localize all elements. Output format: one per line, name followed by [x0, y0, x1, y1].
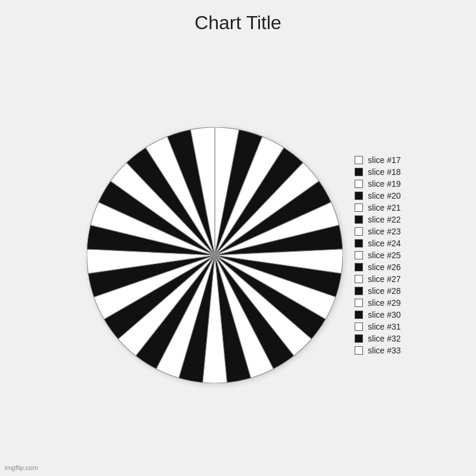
legend-item: slice #24	[355, 239, 400, 248]
legend-label: slice #26	[368, 262, 400, 272]
legend-item: slice #33	[355, 346, 400, 355]
legend-swatch	[355, 287, 363, 295]
legend-swatch	[355, 263, 363, 271]
legend-label: slice #31	[368, 322, 400, 331]
legend-label: slice #24	[368, 239, 400, 248]
legend-swatch	[355, 334, 363, 343]
legend-label: slice #27	[368, 274, 400, 284]
legend-label: slice #19	[368, 179, 400, 189]
legend-label: slice #17	[368, 155, 400, 165]
legend-item: slice #21	[355, 203, 400, 212]
legend-item: slice #18	[355, 167, 400, 177]
legend-label: slice #20	[368, 191, 400, 201]
legend-label: slice #33	[368, 346, 400, 355]
legend-item: slice #27	[355, 274, 400, 284]
legend-item: slice #17	[355, 155, 400, 165]
legend-item: slice #26	[355, 262, 400, 272]
legend-item: slice #23	[355, 227, 400, 236]
legend-item: slice #25	[355, 250, 400, 260]
legend-swatch	[355, 299, 363, 307]
legend-swatch	[355, 239, 363, 248]
legend-label: slice #29	[368, 298, 400, 308]
legend-swatch	[355, 168, 363, 176]
legend-swatch	[355, 275, 363, 283]
legend-item: slice #30	[355, 310, 400, 320]
legend-swatch	[355, 180, 363, 188]
legend-label: slice #28	[368, 286, 400, 296]
pie-chart	[87, 127, 343, 383]
legend-label: slice #25	[368, 250, 400, 260]
chart-container: Chart Title slice #17slice #18slice #19s…	[0, 0, 476, 476]
legend: slice #17slice #18slice #19slice #20slic…	[355, 155, 400, 355]
chart-title: Chart Title	[195, 12, 281, 34]
legend-item: slice #22	[355, 215, 400, 224]
legend-label: slice #32	[368, 334, 400, 343]
legend-label: slice #18	[368, 167, 400, 177]
legend-swatch	[355, 215, 363, 224]
legend-swatch	[355, 156, 363, 164]
legend-swatch	[355, 322, 363, 331]
legend-swatch	[355, 203, 363, 212]
legend-label: slice #21	[368, 203, 400, 212]
legend-item: slice #19	[355, 179, 400, 189]
legend-label: slice #23	[368, 227, 400, 236]
legend-item: slice #28	[355, 286, 400, 296]
legend-label: slice #22	[368, 215, 400, 224]
legend-item: slice #29	[355, 298, 400, 308]
legend-item: slice #31	[355, 322, 400, 331]
legend-swatch	[355, 192, 363, 200]
legend-item: slice #20	[355, 191, 400, 201]
legend-swatch	[355, 227, 363, 236]
pie-svg	[87, 127, 343, 383]
chart-body: slice #17slice #18slice #19slice #20slic…	[0, 40, 476, 476]
legend-swatch	[355, 346, 363, 355]
legend-item: slice #32	[355, 334, 400, 343]
legend-label: slice #30	[368, 310, 400, 320]
watermark: imgflip.com	[5, 464, 38, 471]
legend-swatch	[355, 251, 363, 259]
legend-swatch	[355, 311, 363, 319]
